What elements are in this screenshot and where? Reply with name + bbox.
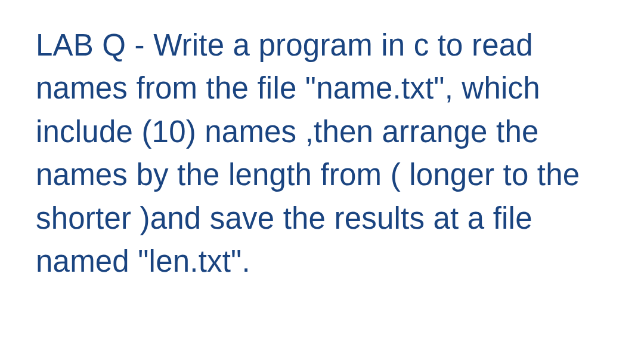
lab-question-text: LAB Q - Write a program in c to read nam… — [36, 24, 614, 283]
